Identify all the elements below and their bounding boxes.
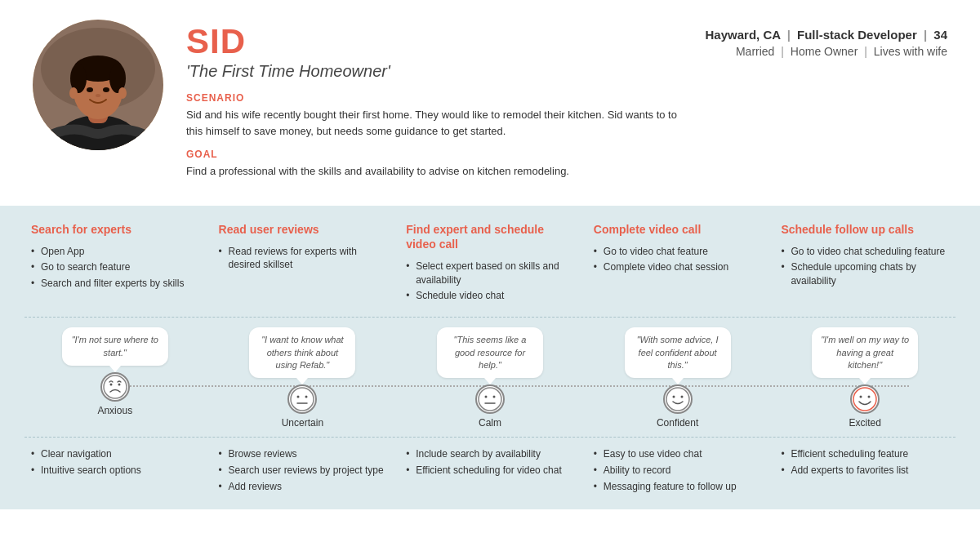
step-bullet: Schedule video chat [406, 289, 574, 303]
step-col-1: Read user reviewsRead reviews for expert… [212, 222, 394, 306]
step-bullet: Complete video chat session [594, 260, 762, 274]
need-col-4: Efficient scheduling featureAdd experts … [774, 447, 956, 495]
speech-bubble-2: "This seems like a good resource for hel… [437, 327, 543, 378]
svg-point-14 [118, 87, 127, 99]
speech-bubble-1: "I want to know what others think about … [249, 327, 355, 378]
step-title-1: Read user reviews [219, 222, 387, 237]
svg-point-29 [853, 388, 876, 411]
need-bullet: Efficient scheduling feature [781, 447, 949, 461]
svg-point-31 [868, 396, 871, 398]
emotion-face-4 [850, 384, 880, 414]
emotion-face-0 [100, 372, 130, 402]
steps-row: Search for expertsOpen AppGo to search f… [24, 222, 956, 318]
svg-point-13 [69, 87, 78, 99]
emotion-label-3: Confident [657, 417, 698, 429]
speech-bubble-0: "I'm not sure where to start." [62, 327, 168, 366]
step-col-4: Schedule follow up callsGo to video chat… [774, 222, 956, 306]
speech-bubble-3: "With some advice, I feel confident abou… [625, 327, 731, 378]
svg-point-12 [96, 94, 100, 97]
emotion-col-3: "With some advice, I feel confident abou… [587, 327, 768, 429]
svg-point-19 [297, 396, 300, 398]
avatar [33, 20, 163, 150]
step-bullet: Read reviews for experts with desired sk… [219, 245, 387, 273]
step-col-3: Complete video callGo to video chat feat… [587, 222, 768, 306]
need-bullet: Ability to record [594, 464, 762, 478]
scenario-text: Sid and his wife recently bought their f… [186, 107, 679, 139]
step-bullet: Open App [31, 245, 199, 259]
step-bullet: Go to search feature [31, 260, 199, 274]
svg-point-26 [666, 388, 689, 411]
step-bullet: Schedule upcoming chats by availability [781, 260, 949, 288]
need-bullet: Add reviews [219, 480, 387, 494]
need-bullet: Search user reviews by project type [219, 464, 387, 478]
emotion-col-1: "I want to know what others think about … [212, 327, 394, 429]
need-col-1: Browse reviewsSearch user reviews by pro… [212, 447, 394, 495]
svg-point-28 [680, 396, 683, 398]
need-col-2: Include search by availabilityEfficient … [399, 447, 581, 495]
meta-location: Hayward, CA | Full-stack Developer | 34 [702, 28, 947, 42]
meta-details: Married | Home Owner | Lives with wife [702, 45, 947, 58]
goal-text: Find a professional with the skills and … [186, 163, 679, 180]
emotion-label-4: Excited [849, 417, 881, 429]
svg-point-10 [87, 87, 93, 92]
emotion-face-3 [663, 384, 693, 414]
step-title-2: Find expert and schedule video call [406, 222, 574, 251]
need-bullet: Easy to use video chat [594, 447, 762, 461]
needs-row: Clear navigationIntuitive search options… [24, 438, 956, 495]
emotion-label-0: Anxious [97, 405, 132, 416]
scenario-label: SCENARIO [186, 92, 679, 104]
step-col-0: Search for expertsOpen AppGo to search f… [24, 222, 206, 306]
emotion-col-4: "I'm well on my way to having a great ki… [774, 327, 956, 429]
svg-point-15 [104, 375, 127, 398]
persona-meta: Hayward, CA | Full-stack Developer | 34 … [702, 20, 947, 58]
need-bullet: Add experts to favorites list [781, 464, 949, 478]
svg-point-11 [103, 87, 109, 92]
need-bullet: Clear navigation [31, 447, 199, 461]
svg-point-23 [484, 396, 487, 398]
persona-title: 'The First Time Homeowner' [186, 62, 679, 81]
emotion-label-1: Uncertain [282, 417, 323, 429]
step-bullet: Select expert based on skills and availa… [406, 260, 574, 287]
svg-point-27 [672, 396, 675, 398]
emotion-col-2: "This seems like a good resource for hel… [399, 327, 581, 429]
step-bullet: Search and filter experts by skills [31, 277, 199, 291]
svg-point-20 [305, 396, 308, 398]
persona-header: SID 'The First Time Homeowner' SCENARIO … [0, 0, 980, 206]
profile-info: SID 'The First Time Homeowner' SCENARIO … [186, 20, 679, 189]
emotion-face-2 [475, 384, 505, 414]
svg-point-16 [109, 384, 112, 386]
step-title-4: Schedule follow up calls [781, 222, 949, 237]
need-bullet: Efficient scheduling for video chat [406, 464, 574, 478]
emotion-face-1 [287, 384, 317, 414]
step-title-3: Complete video call [594, 222, 762, 237]
svg-point-18 [291, 388, 314, 411]
need-col-0: Clear navigationIntuitive search options [24, 447, 206, 495]
emotion-label-2: Calm [479, 417, 501, 429]
svg-point-17 [118, 384, 120, 386]
need-bullet: Include search by availability [406, 447, 574, 461]
svg-point-30 [860, 396, 862, 398]
need-bullet: Intuitive search options [31, 464, 199, 478]
step-bullet: Go to video chat scheduling feature [781, 245, 949, 259]
svg-point-24 [492, 396, 495, 398]
step-col-2: Find expert and schedule video callSelec… [399, 222, 581, 306]
svg-point-22 [479, 388, 501, 411]
speech-bubble-4: "I'm well on my way to having a great ki… [812, 327, 918, 378]
need-bullet: Browse reviews [219, 447, 387, 461]
goal-label: GOAL [186, 149, 679, 160]
need-bullet: Messaging feature to follow up [594, 480, 762, 494]
step-bullet: Go to video chat feature [594, 245, 762, 259]
persona-name: SID [186, 24, 679, 59]
step-title-0: Search for experts [31, 222, 199, 237]
journey-map: Search for expertsOpen AppGo to search f… [0, 206, 980, 509]
need-col-3: Easy to use video chatAbility to recordM… [587, 447, 768, 495]
emotion-col-0: "I'm not sure where to start." Anxious [24, 327, 206, 429]
emotions-row: "I'm not sure where to start." Anxious"I… [24, 318, 956, 438]
